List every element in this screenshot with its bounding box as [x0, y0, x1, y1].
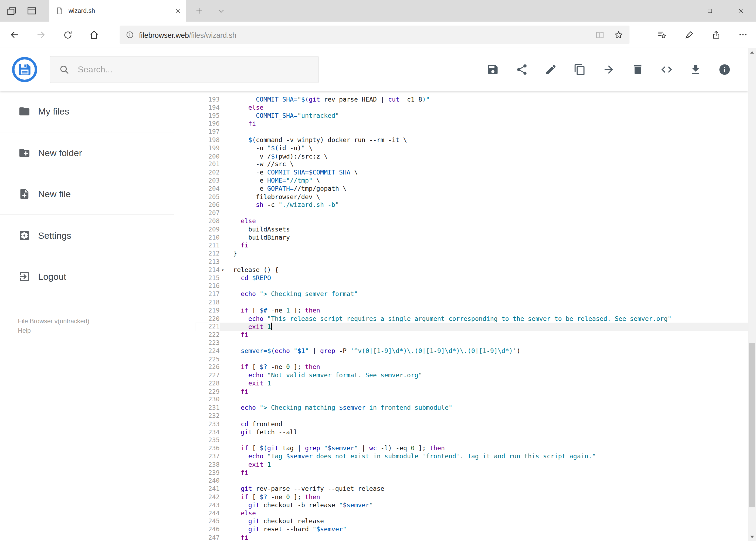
search-input[interactable] [77, 64, 309, 75]
code-line[interactable]: 223 [195, 339, 748, 347]
tabs-set-aside-button[interactable] [6, 5, 17, 17]
search-box[interactable] [50, 56, 319, 83]
code-line[interactable]: 246 git reset --hard "$semver" [195, 526, 748, 534]
code-line[interactable]: 203 -e HOME="//tmp" \ [195, 177, 748, 185]
code-line[interactable]: 226 if [ $? -ne 0 ]; then [195, 363, 748, 372]
code-line[interactable]: 218 [195, 298, 748, 306]
help-link[interactable]: Help [18, 326, 195, 336]
save-button[interactable] [487, 63, 499, 76]
code-line[interactable]: 205 filebrowser/dev \ [195, 193, 748, 201]
code-line[interactable]: 209 buildAssets [195, 226, 748, 234]
sidebar-item-logout[interactable]: Logout [0, 256, 195, 297]
site-info-icon[interactable] [126, 31, 134, 39]
code-line[interactable]: 206 sh -c "./wizard.sh -b" [195, 201, 748, 209]
favorite-star-button[interactable] [614, 30, 624, 40]
code-line[interactable]: 238 exit 1 [195, 461, 748, 469]
new-tab-button[interactable] [190, 0, 207, 22]
code-line[interactable]: 247 fi [195, 534, 748, 541]
browser-tab[interactable]: wizard.sh [49, 0, 186, 22]
refresh-button[interactable] [58, 25, 78, 45]
code-line[interactable]: 199 -u "$(id -u)" \ [195, 144, 748, 152]
tab-close-button[interactable] [175, 8, 181, 14]
forward-button[interactable] [31, 25, 51, 45]
close-window-button[interactable] [725, 0, 756, 22]
code-line[interactable]: 234 git fetch --all [195, 428, 748, 436]
code-line[interactable]: 219 if [ $# -ne 1 ]; then [195, 306, 748, 315]
scrollbar-thumb[interactable] [749, 343, 755, 507]
code-line[interactable]: 240 [195, 477, 748, 485]
code-line[interactable]: 228 exit 1 [195, 380, 748, 388]
code-line[interactable]: 204 -e GOPATH=//tmp/gopath \ [195, 185, 748, 193]
code-line[interactable]: 225 [195, 355, 748, 363]
copy-button[interactable] [574, 63, 586, 76]
scroll-down-arrow[interactable] [748, 533, 756, 541]
code-line[interactable]: 211 fi [195, 242, 748, 250]
code-line[interactable]: 217 echo "> Checking semver format" [195, 290, 748, 298]
code-line[interactable]: 231 echo "> Checking matching $semver in… [195, 404, 748, 412]
web-note-pen-button[interactable] [679, 25, 699, 45]
code-line[interactable]: 237 echo "Tag $semver does not exist in … [195, 453, 748, 461]
move-button[interactable] [603, 63, 615, 76]
code-editor[interactable]: 193 COMMIT_SHA="$(git rev-parse HEAD | c… [195, 91, 748, 541]
filebrowser-logo[interactable] [12, 57, 37, 82]
code-line[interactable]: 220 echo "This release script requires a… [195, 315, 748, 323]
code-line[interactable]: 227 echo "Not valid semver format. See s… [195, 372, 748, 380]
code-line[interactable]: 210 buildBinary [195, 234, 748, 242]
sidebar-item-my-files[interactable]: My files [0, 91, 195, 132]
code-line[interactable]: 195 COMMIT_SHA="untracked" [195, 112, 748, 120]
code-line[interactable]: 193 COMMIT_SHA="$(git rev-parse HEAD | c… [195, 96, 748, 104]
info-button[interactable] [718, 63, 731, 76]
sidebar-item-new-file[interactable]: New file [0, 174, 195, 215]
code-line[interactable]: 236 if [ $(git tag | grep "$semver" | wc… [195, 445, 748, 453]
back-button[interactable] [5, 25, 24, 45]
code-line[interactable]: 232 [195, 412, 748, 420]
address-bar[interactable]: filebrowser.web/files/wizard.sh [120, 26, 630, 44]
code-line[interactable]: 216 [195, 282, 748, 290]
code-line[interactable]: 224 semver=$(echo "$1" | grep -P '^v(0|[… [195, 347, 748, 355]
raw-code-button[interactable] [660, 63, 673, 76]
sidebar-item-new-folder[interactable]: New folder [0, 132, 195, 174]
code-line[interactable]: 244 else [195, 509, 748, 517]
code-line[interactable]: 214▾release () { [195, 266, 748, 274]
share-button[interactable] [706, 25, 726, 45]
code-line[interactable]: 235 [195, 436, 748, 445]
hub-favorites-button[interactable] [652, 25, 671, 45]
delete-button[interactable] [631, 63, 644, 76]
page-scrollbar[interactable] [748, 48, 756, 541]
tab-preview-button[interactable] [26, 5, 38, 17]
code-line[interactable]: 197 [195, 128, 748, 136]
code-line[interactable]: 239 fi [195, 469, 748, 477]
code-line[interactable]: 242 if [ $? -ne 0 ]; then [195, 493, 748, 501]
code-line[interactable]: 201 -w //src \ [195, 161, 748, 169]
code-line[interactable]: 245 git checkout release [195, 517, 748, 526]
code-line[interactable]: 222 fi [195, 331, 748, 339]
code-line[interactable]: 243 git checkout -b release "$semver" [195, 501, 748, 509]
code-line[interactable]: 230 [195, 396, 748, 404]
code-line[interactable]: 213 [195, 258, 748, 266]
reading-view-button[interactable] [595, 30, 605, 40]
code-line[interactable]: 200 -v /$(pwd):/src:z \ [195, 152, 748, 161]
more-options-button[interactable] [733, 25, 753, 45]
code-line[interactable]: 229 fi [195, 388, 748, 396]
code-line[interactable]: 207 [195, 209, 748, 218]
code-line[interactable]: 221 exit 1 [195, 323, 748, 331]
code-line[interactable]: 198 $(command -v winpty) docker run --rm… [195, 136, 748, 144]
code-line[interactable]: 194 else [195, 104, 748, 112]
code-line[interactable]: 233 cd frontend [195, 420, 748, 428]
share-file-button[interactable] [516, 63, 528, 76]
code-line[interactable]: 241 git rev-parse --verify --quiet relea… [195, 485, 748, 493]
minimize-button[interactable] [663, 0, 694, 22]
maximize-button[interactable] [694, 0, 725, 22]
sidebar-item-settings[interactable]: Settings [0, 215, 195, 256]
tab-list-chevron-icon[interactable] [214, 0, 228, 22]
code-line[interactable]: 196 fi [195, 120, 748, 128]
code-line[interactable]: 212} [195, 250, 748, 258]
scroll-up-arrow[interactable] [748, 48, 756, 56]
fold-marker-icon[interactable]: ▾ [220, 266, 226, 274]
rename-button[interactable] [545, 63, 557, 76]
download-button[interactable] [689, 63, 702, 76]
code-line[interactable]: 202 -e COMMIT_SHA=$COMMIT_SHA \ [195, 169, 748, 177]
code-line[interactable]: 208 else [195, 218, 748, 226]
code-line[interactable]: 215 cd $REPO [195, 274, 748, 282]
home-button[interactable] [85, 25, 104, 45]
